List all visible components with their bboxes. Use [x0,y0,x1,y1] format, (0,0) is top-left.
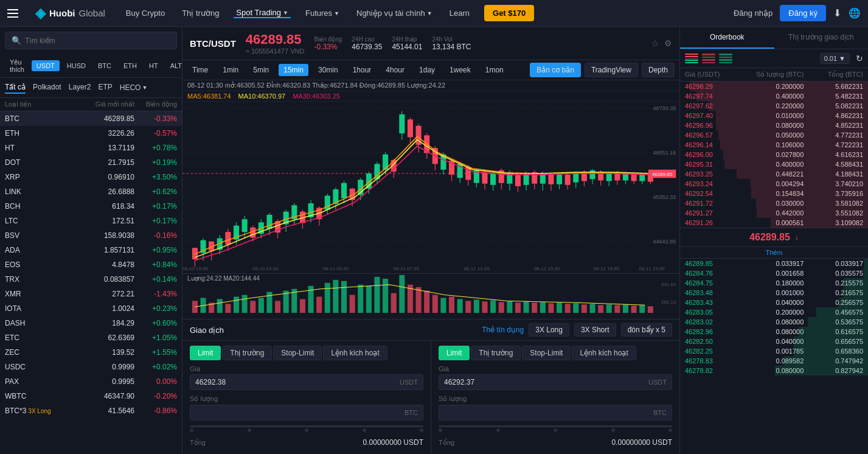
time-30min[interactable]: 30min [313,64,343,76]
link-leverage-x5[interactable]: đòn bẩy x 5 [621,323,672,337]
buy-slider[interactable] [190,425,423,432]
sell-price-input[interactable] [444,378,648,386]
filter-btc[interactable]: BTC [93,60,116,71]
table-row[interactable]: 46293.25 0.448221 4.188431 [680,169,868,179]
table-row[interactable]: 46291.26 0.000561 3.109082 [680,218,868,228]
ob-view-asks[interactable] [702,54,715,63]
table-row[interactable]: 46297.40 0.010000 4.862231 [680,111,868,120]
buy-amount-input[interactable] [195,408,404,417]
time-15min[interactable]: 15min [279,64,308,76]
list-item[interactable]: EOS 4.8478 +0.84% [0,257,182,272]
filter-usdt[interactable]: USDT [32,60,60,71]
link-3x-short[interactable]: 3X Short [574,323,616,337]
table-row[interactable]: 46278.83 0.089582 0.747942 [680,356,868,366]
table-row[interactable]: 46282.25 0.001785 0.658360 [680,346,868,356]
table-row[interactable]: 46283.05 0.200000 0.456575 [680,307,868,317]
sell-slider-dot-25[interactable] [496,428,500,432]
table-row[interactable]: 46282.50 0.040000 0.656575 [680,337,868,346]
list-item[interactable]: XRP 0.96910 +3.50% [0,170,182,184]
sell-price-input-wrapper[interactable]: USDT [439,374,672,390]
search-input[interactable] [25,37,170,45]
table-row[interactable]: 46297.74 0.400000 5.482231 [680,91,868,101]
list-item[interactable]: IOTA 1.0024 +0.23% [0,301,182,316]
login-btn[interactable]: Đăng nhập [734,9,773,18]
sell-amount-input-wrapper[interactable]: BTC [439,405,672,421]
filter-ht[interactable]: HT [144,60,163,71]
ob-more-btn[interactable]: Thêm [680,247,868,259]
time-1mon[interactable]: 1mon [481,64,509,76]
time-1hour[interactable]: 1hour [348,64,377,76]
table-row[interactable]: 46298.29 0.200000 5.682231 [680,82,868,91]
time-1week[interactable]: 1week [445,64,476,76]
table-row[interactable]: 46283.48 0.001000 0.216575 [680,288,868,298]
sell-slider-dot-75[interactable] [611,428,615,432]
table-row[interactable]: 46292.54 0.154834 3.735916 [680,189,868,198]
globe-icon[interactable]: 🌐 [849,7,861,19]
buy-amount-input-wrapper[interactable]: BTC [190,405,423,421]
slider-dot-75[interactable] [363,428,366,432]
table-row[interactable]: 46295.31 0.400000 4.588431 [680,159,868,169]
sell-slider[interactable] [439,425,672,432]
sell-market-tab[interactable]: Thị trường [471,346,521,360]
slider-dot-50[interactable] [305,428,308,432]
list-item[interactable]: LINK 26.6888 +0.62% [0,184,182,199]
table-row[interactable]: 46283.02 0.080000 0.536575 [680,317,868,327]
search-wrapper[interactable]: 🔍 [5,32,177,49]
slider-dot-100[interactable] [420,428,423,432]
header-coin-change[interactable]: Biến động [134,100,177,108]
slider-dot-25[interactable] [248,428,251,432]
list-item[interactable]: ETC 62.6369 +1.05% [0,330,182,345]
table-row[interactable]: 46296.96 0.080000 4.852231 [680,120,868,130]
list-item[interactable]: TRX 0.083857 +0.14% [0,272,182,287]
list-item[interactable]: PAX 0.9995 0.00% [0,374,182,389]
table-row[interactable]: 46291.72 0.030000 3.581082 [680,198,868,208]
get-btn[interactable]: Get $170 [484,5,534,21]
buy-stop-limit-tab[interactable]: Stop-Limit [273,346,322,360]
table-row[interactable]: 46278.82 0.080000 0.827942 [680,366,868,375]
table-row[interactable]: 46296.57 0.050000 4.772231 [680,130,868,140]
ob-precision-selector[interactable]: 0.01 ▼ [820,53,850,64]
table-row[interactable]: 46289.85 0.033917 0.033917 [680,259,868,268]
time-4hour[interactable]: 4hour [381,64,409,76]
table-row[interactable]: 46296.00 0.027800 4.616231 [680,150,868,159]
sell-slider-dot-0[interactable] [439,428,442,432]
cat-heco[interactable]: HECO ▼ [120,82,148,94]
list-item[interactable]: HT 13.7119 +0.78% [0,141,182,155]
list-item[interactable]: DASH 184.29 +0.60% [0,316,182,330]
filter-husd[interactable]: HUSD [62,60,91,71]
sell-trigger-tab[interactable]: Lệnh kích hoạt [572,346,636,360]
link-3x-long[interactable]: 3X Long [529,323,569,337]
settings-icon[interactable]: ⚙ [664,38,672,48]
list-item[interactable]: ETH 3226.26 -0.57% [0,126,182,141]
tab-market-trades[interactable]: Thị trường giao dịch [774,27,869,49]
list-item[interactable]: WBTC 46347.90 -0.20% [0,389,182,403]
list-item[interactable]: LTC 172.51 +0.17% [0,214,182,228]
view-basic[interactable]: Bản cơ bản [530,63,581,77]
list-item[interactable]: ADA 1.857131 +0.95% [0,243,182,257]
link-credit-card[interactable]: Thẻ tín dụng [482,326,524,334]
sell-slider-dot-50[interactable] [554,428,557,432]
download-icon[interactable]: ⬇ [833,7,841,19]
table-row[interactable]: 46283.43 0.040000 0.256575 [680,298,868,307]
sell-limit-tab[interactable]: Limit [439,346,470,360]
filter-alts[interactable]: ALTS [165,60,182,71]
sell-amount-input[interactable] [444,408,653,417]
hamburger-menu[interactable] [7,9,18,18]
table-row[interactable]: 46282.96 0.080000 0.616575 [680,327,868,337]
list-item[interactable]: BTC*33X Long 41.5646 -0.86% [0,403,182,418]
time-1day[interactable]: 1day [414,64,440,76]
view-tradingview[interactable]: TradingView [585,63,638,77]
ob-view-bids[interactable] [719,54,732,63]
cat-polkadot[interactable]: Polkadot [33,82,61,94]
cat-all[interactable]: Tất cả [5,82,26,94]
star-icon[interactable]: ☆ [651,38,659,48]
buy-market-tab[interactable]: Thị trường [222,346,272,360]
nav-learn[interactable]: Learn [447,9,472,18]
cat-etp[interactable]: ETP [98,82,112,94]
register-btn[interactable]: Đăng ký [780,5,826,21]
table-row[interactable]: 46293.24 0.004294 3.740210 [680,179,868,189]
ob-refresh-icon[interactable]: ↻ [856,54,863,63]
sell-slider-dot-100[interactable] [668,428,672,432]
nav-futures[interactable]: Futures ▼ [303,9,342,18]
list-item[interactable]: USDC 0.9999 +0.02% [0,360,182,374]
